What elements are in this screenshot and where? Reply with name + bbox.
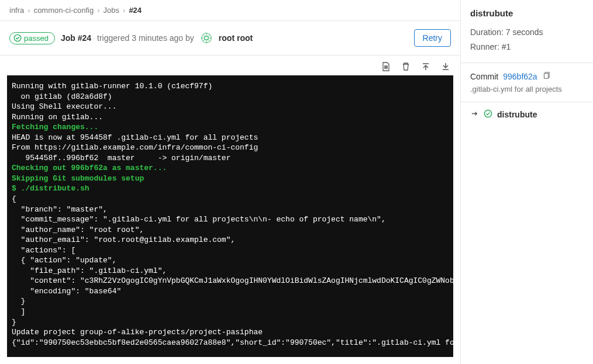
log-line: } — [12, 296, 449, 307]
job-log-terminal[interactable]: Running with gitlab-runner 10.1.0 (c1ecf… — [7, 75, 453, 357]
duration-row: Duration: 7 seconds — [470, 25, 584, 40]
avatar[interactable] — [200, 32, 213, 44]
log-line: "actions": [ — [12, 245, 449, 256]
svg-point-1 — [204, 36, 208, 40]
log-line: HEAD is now at 954458f .gitlab-ci.yml fo… — [12, 133, 449, 143]
svg-rect-3 — [544, 74, 548, 79]
runner-label: Runner: — [470, 42, 499, 51]
chevron-right-icon: › — [97, 6, 99, 15]
commit-sha-link[interactable]: 996bf62a — [503, 72, 537, 81]
log-line: Running on gitlab... — [12, 112, 449, 123]
scroll-bottom-icon[interactable] — [440, 61, 451, 72]
log-line: { — [12, 194, 449, 204]
status-passed-icon — [484, 109, 492, 120]
runner-row: Runner: #1 — [470, 40, 584, 54]
breadcrumb-section[interactable]: Jobs — [104, 6, 119, 15]
log-line: Using Shell executor... — [12, 102, 449, 112]
log-line: "encoding": "base64" — [12, 286, 449, 297]
log-line: } — [12, 317, 449, 328]
arrow-right-icon — [470, 109, 479, 120]
duration-label: Duration: — [470, 27, 504, 37]
status-badge[interactable]: passed — [9, 32, 55, 44]
avatar-icon — [201, 32, 212, 44]
breadcrumb-group[interactable]: infra — [9, 6, 24, 15]
log-line: Update project group-of-alike-projects/p… — [12, 327, 449, 338]
log-line: "file_path": ".gitlab-ci.yml", — [12, 266, 449, 276]
log-line: Checking out 996bf62a as master... — [12, 163, 449, 174]
log-line: "commit_message": ".gitlab-ci.yml for al… — [12, 214, 449, 225]
commit-row: Commit 996bf62a — [470, 71, 584, 81]
raw-log-icon[interactable] — [381, 61, 391, 72]
sidebar: distrubute Duration: 7 seconds Runner: #… — [461, 0, 593, 364]
log-line: ] — [12, 307, 449, 317]
erase-log-icon[interactable] — [401, 61, 411, 72]
log-line: "author_email": "root.root@gitlab.exampl… — [12, 235, 449, 245]
scroll-top-icon[interactable] — [420, 61, 431, 72]
breadcrumb-current: #24 — [129, 6, 142, 15]
sidebar-header: distrubute Duration: 7 seconds Runner: #… — [461, 0, 593, 63]
log-line: Fetching changes... — [12, 122, 449, 133]
status-text: passed — [24, 34, 49, 43]
chevron-right-icon: › — [123, 6, 125, 15]
copy-icon[interactable] — [542, 71, 550, 81]
log-line: { "action": "update", — [12, 255, 449, 266]
check-circle-icon — [13, 34, 22, 42]
triggered-text: triggered 3 minutes ago by — [97, 33, 194, 43]
job-title: Job #24 — [61, 33, 91, 43]
commit-message: .gitlab-ci.yml for all projects — [470, 85, 584, 93]
stage-title: distrubute — [470, 8, 584, 18]
log-line: Skipping Git submodules setup — [12, 174, 449, 184]
duration-value: 7 seconds — [506, 27, 543, 37]
chevron-right-icon: › — [27, 6, 30, 15]
user-link[interactable]: root root — [219, 33, 253, 43]
breadcrumb-project[interactable]: common-ci-config — [34, 6, 94, 15]
retry-button[interactable]: Retry — [414, 29, 451, 47]
log-toolbar — [0, 56, 460, 75]
sidebar-job-item[interactable]: distrubute — [461, 102, 593, 127]
log-line: Running with gitlab-runner 10.1.0 (c1ecf… — [12, 81, 449, 92]
log-line: "content": "c3RhZ2VzOgogIC0gYnVpbGQKCmJ1… — [12, 276, 449, 286]
job-header: passed Job #24 triggered 3 minutes ago b… — [0, 21, 460, 56]
runner-value: #1 — [502, 42, 511, 51]
job-name: distrubute — [497, 110, 537, 119]
breadcrumb: infra › common-ci-config › Jobs › #24 — [0, 0, 460, 21]
log-line: "author_name": "root root", — [12, 225, 449, 235]
sidebar-commit: Commit 996bf62a .gitlab-ci.yml for all p… — [461, 63, 593, 102]
log-line: 954458f..996bf62 master -> origin/master — [12, 153, 449, 164]
log-line: {"id":"990750ec53ebbc5bf8ed2e0565caea960… — [12, 338, 449, 348]
commit-label: Commit — [470, 72, 498, 81]
log-line: $ ./distribute.sh — [12, 183, 449, 194]
main-content: infra › common-ci-config › Jobs › #24 pa… — [0, 0, 461, 364]
log-line: From https://gitlab.example.com/infra/co… — [12, 143, 449, 153]
log-line: on gitlab (d82a6d8f) — [12, 92, 449, 102]
log-line: "branch": "master", — [12, 204, 449, 215]
